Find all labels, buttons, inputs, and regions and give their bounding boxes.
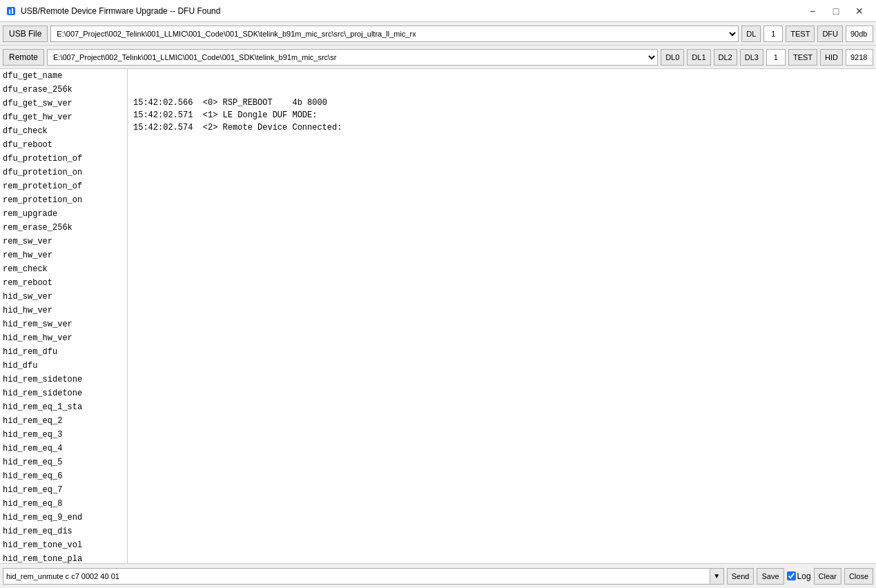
toolbar-usb: USB File E:\007_Project\002_Telink\001_L… [0, 22, 876, 46]
list-item[interactable]: rem_hw_ver [0, 248, 127, 262]
list-item[interactable]: rem_sw_ver [0, 235, 127, 248]
close-button[interactable]: Close [844, 568, 873, 585]
dl-num-input[interactable] [763, 26, 783, 42]
app-icon [6, 6, 17, 17]
list-item[interactable]: hid_rem_tone_vol [0, 538, 127, 552]
list-item[interactable]: hid_rem_eq_dis [0, 525, 127, 538]
list-item[interactable]: rem_protetion_on [0, 193, 127, 207]
log-line: 15:42:02.571 <1> LE Dongle DUF MODE: [133, 109, 870, 121]
list-item[interactable]: hid_rem_hw_ver [0, 331, 127, 345]
toolbar-remote: Remote E:\007_Project\002_Telink\001_LLM… [0, 46, 876, 69]
main-content: dfu_get_namedfu_erase_256kdfu_get_sw_ver… [0, 69, 876, 563]
list-item[interactable]: hid_rem_eq_6 [0, 469, 127, 483]
list-item[interactable]: dfu_erase_256k [0, 83, 127, 97]
list-item[interactable]: rem_upgrade [0, 207, 127, 221]
list-item[interactable]: hid_rem_eq_2 [0, 414, 127, 428]
list-item[interactable]: dfu_protetion_of [0, 152, 127, 166]
log-output: 15:42:02.566 <0> RSP_REBOOT 4b 800015:42… [128, 69, 876, 563]
list-item[interactable]: dfu_get_name [0, 69, 127, 83]
dl2-button[interactable]: DL2 [714, 49, 737, 66]
svg-rect-0 [7, 7, 15, 15]
dl1-button[interactable]: DL1 [687, 49, 710, 66]
close-window-button[interactable]: ✕ [848, 3, 870, 19]
hid-button[interactable]: HID [820, 49, 843, 66]
log-checkbox-wrap: Log [787, 571, 811, 581]
log-panel: 15:42:02.566 <0> RSP_REBOOT 4b 800015:42… [128, 69, 876, 563]
dfu-value: 90db [846, 26, 873, 42]
list-item[interactable]: hid_rem_eq_7 [0, 483, 127, 497]
dl0-button[interactable]: DL0 [661, 49, 684, 66]
command-list[interactable]: dfu_get_namedfu_erase_256kdfu_get_sw_ver… [0, 69, 127, 563]
list-item[interactable]: hid_rem_eq_1_sta [0, 400, 127, 414]
log-checkbox[interactable] [787, 571, 796, 580]
list-item[interactable]: hid_sw_ver [0, 290, 127, 304]
title-bar-left: USB/Remote Device Firmware Upgrade -- DF… [6, 6, 220, 17]
list-item[interactable]: rem_protetion_of [0, 179, 127, 193]
bottom-bar: ▼ Send Save Log Clear Close [0, 563, 876, 588]
list-item[interactable]: rem_check [0, 262, 127, 276]
list-item[interactable]: rem_erase_256k [0, 221, 127, 235]
list-item[interactable]: dfu_reboot [0, 138, 127, 152]
list-item[interactable]: hid_rem_sidetone [0, 386, 127, 400]
title-bar-controls: − □ ✕ [801, 3, 870, 19]
title-bar: USB/Remote Device Firmware Upgrade -- DF… [0, 0, 876, 22]
list-item[interactable]: hid_hw_ver [0, 304, 127, 317]
dl3-button[interactable]: DL3 [740, 49, 763, 66]
command-input[interactable] [3, 568, 710, 585]
clear-button[interactable]: Clear [814, 568, 841, 585]
list-item[interactable]: hid_dfu [0, 359, 127, 373]
log-line: 15:42:02.566 <0> RSP_REBOOT 4b 8000 [133, 97, 870, 109]
list-item[interactable]: dfu_get_hw_ver [0, 110, 127, 124]
usb-path-select[interactable]: E:\007_Project\002_Telink\001_LLMIC\001_… [50, 26, 739, 42]
hid-value: 9218 [846, 49, 873, 66]
test-button-remote[interactable]: TEST [788, 49, 817, 66]
remote-path-select[interactable]: E:\007_Project\002_Telink\001_LLMIC\001_… [47, 49, 658, 66]
svg-rect-2 [12, 8, 13, 14]
list-item[interactable]: hid_rem_eq_8 [0, 497, 127, 511]
remote-num-input[interactable] [766, 49, 786, 66]
list-item[interactable]: hid_rem_eq_4 [0, 442, 127, 455]
list-item[interactable]: dfu_check [0, 124, 127, 138]
list-item[interactable]: hid_rem_sw_ver [0, 317, 127, 331]
list-item[interactable]: rem_reboot [0, 276, 127, 290]
save-button[interactable]: Save [757, 568, 783, 585]
send-button[interactable]: Send [727, 568, 755, 585]
log-label: Log [797, 571, 811, 581]
list-item[interactable]: hid_rem_eq_5 [0, 455, 127, 469]
log-line: 15:42:02.574 <2> Remote Device Connected… [133, 121, 870, 134]
list-item[interactable]: dfu_protetion_on [0, 166, 127, 179]
list-item[interactable]: hid_rem_tone_pla [0, 552, 127, 563]
remote-button[interactable]: Remote [3, 49, 44, 66]
test-button-usb[interactable]: TEST [786, 26, 815, 42]
list-item[interactable]: dfu_get_sw_ver [0, 97, 127, 110]
minimize-button[interactable]: − [801, 3, 824, 19]
window-title: USB/Remote Device Firmware Upgrade -- DF… [21, 6, 220, 16]
command-dropdown-btn[interactable]: ▼ [710, 568, 724, 585]
usb-file-button[interactable]: USB File [3, 26, 48, 42]
list-item[interactable]: hid_rem_dfu [0, 345, 127, 359]
list-item[interactable]: hid_rem_eq_9_end [0, 511, 127, 525]
command-list-panel: dfu_get_namedfu_erase_256kdfu_get_sw_ver… [0, 69, 128, 563]
command-input-wrap: ▼ [3, 568, 724, 585]
svg-rect-1 [9, 10, 10, 14]
list-item[interactable]: hid_rem_sidetone [0, 373, 127, 386]
maximize-button[interactable]: □ [825, 3, 847, 19]
dl-button[interactable]: DL [741, 26, 761, 42]
list-item[interactable]: hid_rem_eq_3 [0, 428, 127, 442]
dfu-button[interactable]: DFU [817, 26, 843, 42]
